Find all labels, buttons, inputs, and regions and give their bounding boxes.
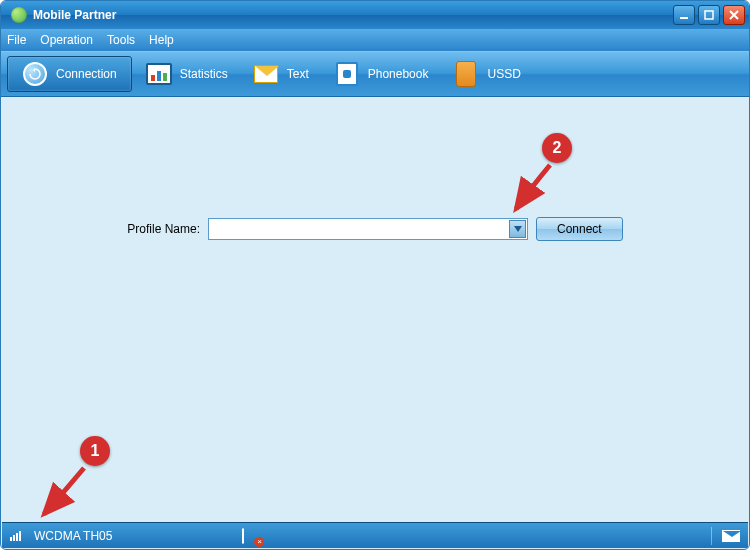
profile-name-input[interactable]: [209, 219, 509, 239]
menu-help[interactable]: Help: [149, 33, 174, 47]
menu-bar: File Operation Tools Help: [1, 29, 749, 51]
svg-rect-0: [680, 17, 688, 19]
annotation-callout-1: 1: [80, 436, 110, 466]
close-button[interactable]: [723, 5, 745, 25]
content-area: Profile Name: Connect 2 1: [2, 97, 748, 522]
connection-status-icon: ×: [242, 529, 260, 543]
connection-icon: [22, 61, 48, 87]
text-icon: [253, 61, 279, 87]
annotation-arrow-2: [510, 159, 560, 215]
mail-icon[interactable]: [722, 530, 740, 542]
phonebook-icon: [334, 61, 360, 87]
maximize-button[interactable]: [698, 5, 720, 25]
tab-phonebook-label: Phonebook: [368, 67, 429, 81]
network-status-text: WCDMA TH05: [34, 529, 112, 543]
app-window: Mobile Partner File Operation Tools Help…: [0, 0, 750, 550]
profile-row: Profile Name: Connect: [2, 217, 748, 241]
profile-name-combo[interactable]: [208, 218, 528, 240]
annotation-callout-2: 2: [542, 133, 572, 163]
tab-statistics[interactable]: Statistics: [134, 52, 241, 96]
signal-icon: [10, 531, 24, 541]
ussd-icon: [453, 61, 479, 87]
profile-name-label: Profile Name:: [127, 222, 200, 236]
tab-ussd-label: USSD: [487, 67, 520, 81]
close-icon: [728, 9, 740, 21]
connect-button[interactable]: Connect: [536, 217, 623, 241]
chevron-down-icon: [514, 226, 522, 232]
tab-phonebook[interactable]: Phonebook: [322, 52, 442, 96]
minimize-button[interactable]: [673, 5, 695, 25]
annotation-arrow-1: [36, 462, 96, 520]
tab-text[interactable]: Text: [241, 52, 322, 96]
app-icon: [11, 7, 27, 23]
menu-operation[interactable]: Operation: [40, 33, 93, 47]
minimize-icon: [678, 9, 690, 21]
tab-statistics-label: Statistics: [180, 67, 228, 81]
maximize-icon: [703, 9, 715, 21]
window-controls: [673, 5, 745, 25]
toolbar: Connection Statistics Text Phonebook USS…: [1, 51, 749, 97]
svg-rect-1: [705, 11, 713, 19]
profile-dropdown-button[interactable]: [509, 220, 526, 238]
menu-tools[interactable]: Tools: [107, 33, 135, 47]
status-right-group: [711, 527, 740, 545]
tab-text-label: Text: [287, 67, 309, 81]
tab-ussd[interactable]: USSD: [441, 52, 533, 96]
status-bar: WCDMA TH05 ×: [2, 522, 748, 548]
tab-connection-label: Connection: [56, 67, 117, 81]
title-bar: Mobile Partner: [1, 1, 749, 29]
window-title: Mobile Partner: [33, 8, 673, 22]
menu-file[interactable]: File: [7, 33, 26, 47]
statistics-icon: [146, 61, 172, 87]
tab-connection[interactable]: Connection: [7, 56, 132, 92]
status-separator: [711, 527, 712, 545]
